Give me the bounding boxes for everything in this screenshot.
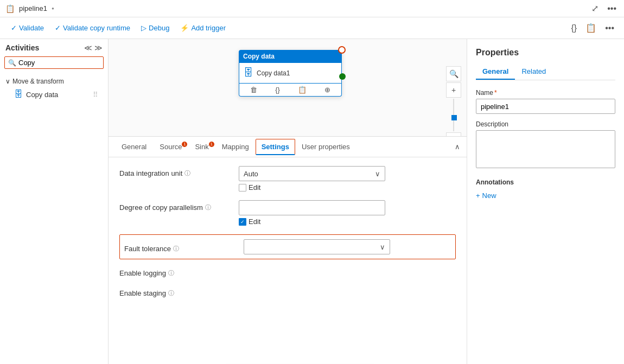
node-header: Copy data: [239, 50, 342, 63]
tab-mapping[interactable]: Mapping: [215, 138, 256, 156]
annotations-section: Annotations + New: [476, 178, 615, 201]
validate-label: Validate: [19, 24, 44, 32]
description-field-textarea[interactable]: [476, 130, 615, 168]
expand-button[interactable]: ⤢: [589, 2, 601, 15]
sidebar-item-copy-data[interactable]: 🗄 Copy data ⠿: [5, 87, 103, 101]
node-success-dot: [339, 73, 346, 80]
collapse-icon[interactable]: ≪: [84, 43, 92, 52]
search-input[interactable]: [18, 59, 100, 67]
section-header[interactable]: ∨ Move & transform: [5, 75, 103, 87]
data-integration-edit-label: Edit: [249, 183, 260, 191]
sink-badge: 1: [209, 142, 214, 147]
drag-handle-icon: ⠿: [93, 91, 98, 99]
more-button[interactable]: •••: [602, 21, 617, 35]
expand-sidebar-icon[interactable]: ≫: [94, 43, 103, 52]
search-canvas-button[interactable]: 🔍: [446, 66, 461, 81]
validate-button[interactable]: ✓ Validate: [7, 22, 48, 34]
degree-parallelism-label: Degree of copy parallelism ⓘ: [119, 200, 239, 212]
add-node-button[interactable]: ⊕: [324, 86, 330, 94]
zoom-in-button[interactable]: +: [446, 82, 461, 98]
data-integration-unit-row: Data integration unit ⓘ Auto ∨ Edit: [119, 166, 456, 191]
copy-node-button[interactable]: 📋: [298, 86, 307, 94]
data-integration-value: Auto: [244, 170, 258, 178]
node-body: 🗄 Copy data1: [239, 63, 342, 84]
plus-icon: +: [476, 191, 480, 200]
fault-tolerance-info-icon: ⓘ: [173, 245, 179, 253]
validate-copy-label: Validate copy runtime: [63, 24, 130, 32]
sidebar: Activities ≪ ≫ 🔍 ∨ Move & transform 🗄 Co…: [0, 39, 109, 364]
degree-edit-label: Edit: [249, 218, 260, 226]
debug-icon: ▷: [141, 24, 147, 32]
delete-node-button[interactable]: 🗑: [250, 86, 257, 94]
degree-edit: ✓ Edit: [239, 218, 456, 226]
degree-info-icon: ⓘ: [205, 203, 211, 212]
title-actions: ⤢ •••: [589, 2, 619, 15]
annotations-label: Annotations: [476, 178, 615, 186]
add-trigger-label: Add trigger: [191, 24, 226, 32]
toolbar-right: {} 📋 •••: [568, 21, 618, 35]
title-icon: 📋: [5, 4, 15, 13]
node-icon: 🗄: [244, 67, 253, 79]
enable-logging-label: Enable logging ⓘ: [119, 266, 239, 277]
canvas-controls: 🔍 + −: [446, 66, 461, 148]
node-header-label: Copy data: [243, 53, 275, 60]
add-trigger-button[interactable]: ⚡ Add trigger: [176, 22, 230, 34]
properties-panel: Properties General Related Name * Descri…: [467, 39, 624, 364]
description-field-label: Description: [476, 120, 615, 128]
data-integration-label: Data integration unit ⓘ: [119, 166, 239, 177]
new-label: New: [482, 191, 496, 200]
tab-settings[interactable]: Settings: [256, 139, 295, 155]
activities-title: Activities: [5, 43, 39, 52]
title-bar: 📋 pipeline1 ● ⤢ •••: [0, 0, 624, 17]
fault-tolerance-select[interactable]: ∨: [244, 239, 390, 254]
sidebar-item-label: Copy data: [26, 91, 58, 99]
validate-icon: ✓: [11, 24, 17, 32]
degree-checkbox[interactable]: ✓: [239, 218, 246, 226]
collapse-panel-button[interactable]: ∧: [455, 143, 460, 151]
data-integration-select[interactable]: Auto ∨: [239, 166, 385, 181]
data-integration-info-icon: ⓘ: [184, 169, 190, 177]
required-star: *: [494, 89, 497, 97]
enable-logging-row: Enable logging ⓘ: [119, 266, 456, 277]
sidebar-section: ∨ Move & transform 🗄 Copy data ⠿: [0, 73, 108, 104]
validate-copy-button[interactable]: ✓ Validate copy runtime: [50, 22, 135, 34]
node-status-dot: [338, 46, 346, 54]
tab-sink[interactable]: Sink 1: [188, 138, 215, 156]
node-name: Copy data1: [257, 69, 290, 77]
props-tab-general[interactable]: General: [476, 64, 515, 80]
monitor-button[interactable]: 📋: [582, 21, 600, 35]
fault-tolerance-label: Fault tolerance ⓘ: [124, 241, 244, 253]
name-field-input[interactable]: [476, 99, 615, 114]
zoom-slider: [453, 99, 454, 131]
source-badge: 1: [182, 142, 187, 147]
search-icon: 🔍: [8, 59, 16, 67]
debug-label: Debug: [149, 24, 169, 32]
bottom-panel: General Source 1 Sink 1 Mapping Settings: [109, 136, 467, 364]
tabs-bar: General Source 1 Sink 1 Mapping Settings: [109, 137, 467, 157]
fault-tolerance-row: Fault tolerance ⓘ ∨: [119, 234, 456, 259]
fault-tolerance-chevron-icon: ∨: [380, 243, 385, 251]
chevron-down-icon: ∨: [375, 170, 380, 178]
tab-general[interactable]: General: [115, 138, 153, 156]
copy-data-icon: 🗄: [14, 90, 23, 99]
main-layout: Activities ≪ ≫ 🔍 ∨ Move & transform 🗄 Co…: [0, 39, 624, 364]
tab-user-properties[interactable]: User properties: [295, 138, 356, 156]
data-integration-checkbox[interactable]: [239, 184, 246, 191]
title-dot: ●: [52, 6, 54, 11]
settings-content: Data integration unit ⓘ Auto ∨ Edit: [109, 157, 467, 364]
code-node-button[interactable]: {}: [275, 86, 280, 94]
code-button[interactable]: {}: [568, 21, 581, 35]
degree-parallelism-row: Degree of copy parallelism ⓘ ✓ Edit: [119, 200, 456, 226]
props-tab-related[interactable]: Related: [515, 64, 552, 80]
title-name: pipeline1: [19, 4, 47, 12]
add-annotation-button[interactable]: + New: [476, 190, 496, 201]
enable-logging-info-icon: ⓘ: [168, 269, 174, 277]
debug-button[interactable]: ▷ Debug: [137, 22, 174, 34]
degree-parallelism-input[interactable]: [239, 200, 385, 215]
tab-source[interactable]: Source 1: [153, 138, 188, 156]
canvas-container: Copy data 🗄 Copy data1 🗑 {} 📋 ⊕ 🔍 +: [109, 39, 467, 364]
data-integration-control: Auto ∨ Edit: [239, 166, 456, 191]
more-options-button[interactable]: •••: [605, 2, 619, 15]
enable-staging-row: Enable staging ⓘ: [119, 286, 456, 297]
validate-copy-icon: ✓: [55, 24, 61, 32]
